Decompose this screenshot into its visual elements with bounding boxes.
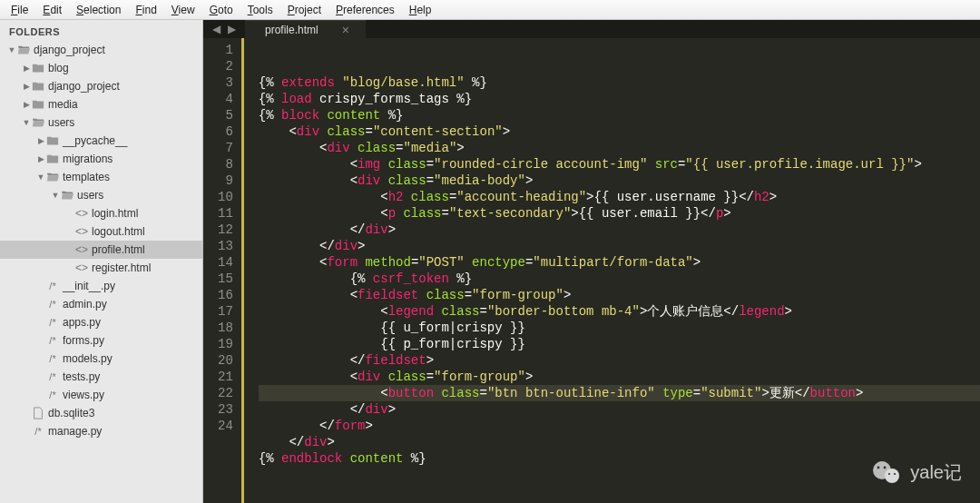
- menu-edit[interactable]: Edit: [35, 1, 69, 19]
- code-line[interactable]: <form method="POST" enctype="multipart/f…: [259, 254, 980, 271]
- code-line[interactable]: </div>: [259, 238, 980, 254]
- chevron-down-icon[interactable]: ▼: [22, 118, 31, 127]
- tree-item-media[interactable]: ▶media: [0, 95, 202, 113]
- python-file-icon: /*: [45, 390, 60, 400]
- close-icon[interactable]: ×: [342, 23, 349, 37]
- tree-item-login-html[interactable]: <>login.html: [0, 204, 202, 222]
- code-content[interactable]: {% extends "blog/base.html" %}{% load cr…: [241, 38, 980, 503]
- code-line[interactable]: {{ p_form|crispy }}: [259, 336, 980, 352]
- chevron-right-icon[interactable]: ▶: [22, 100, 31, 109]
- menu-view[interactable]: View: [164, 1, 202, 19]
- tree-item-tests-py[interactable]: /*tests.py: [0, 368, 202, 386]
- tree-item--init-py[interactable]: /*__init__.py: [0, 277, 202, 295]
- code-line[interactable]: </form>: [259, 418, 980, 434]
- code-line[interactable]: {{ u_form|crispy }}: [259, 320, 980, 336]
- tree-item-templates[interactable]: ▼templates: [0, 168, 202, 186]
- chevron-down-icon[interactable]: ▼: [7, 45, 16, 54]
- html-file-icon: <>: [74, 225, 89, 238]
- tab-nav-left-icon[interactable]: ◀: [212, 23, 220, 35]
- code-line[interactable]: <h2 class="account-heading">{{ user.user…: [259, 189, 980, 205]
- code-line[interactable]: {% block content %}: [259, 107, 980, 123]
- line-number: 3: [218, 74, 233, 91]
- line-number: 21: [218, 369, 233, 385]
- tree-item-manage-py[interactable]: /*manage.py: [0, 422, 202, 440]
- tree-item-django-project[interactable]: ▼django_project: [0, 41, 202, 59]
- menu-selection[interactable]: Selection: [69, 1, 128, 19]
- line-number: 24: [218, 418, 233, 434]
- tree-item-forms-py[interactable]: /*forms.py: [0, 331, 202, 350]
- svg-point-3: [884, 467, 887, 469]
- chevron-right-icon[interactable]: ▶: [22, 82, 31, 91]
- tab-title: profile.html: [265, 24, 318, 36]
- line-number: 8: [218, 156, 233, 173]
- menu-help[interactable]: Help: [402, 1, 439, 19]
- tree-item-users[interactable]: ▼users: [0, 186, 202, 204]
- tree-item-apps-py[interactable]: /*apps.py: [0, 313, 202, 331]
- tree-item-label: register.html: [92, 261, 151, 274]
- svg-point-5: [894, 473, 896, 475]
- tree-item-admin-py[interactable]: /*admin.py: [0, 295, 202, 313]
- chevron-down-icon[interactable]: ▼: [36, 173, 45, 182]
- chevron-right-icon[interactable]: ▶: [22, 64, 31, 73]
- code-line[interactable]: {% csrf_token %}: [259, 271, 980, 287]
- menu-file[interactable]: File: [4, 1, 35, 19]
- code-line[interactable]: <p class="text-secondary">{{ user.email …: [259, 205, 980, 222]
- folder-icon: [16, 44, 31, 56]
- tree-item-profile-html[interactable]: <>profile.html: [0, 241, 202, 259]
- tab-profile-html[interactable]: profile.html ×: [245, 20, 366, 38]
- folder-icon: [31, 98, 45, 111]
- chevron-right-icon[interactable]: ▶: [36, 154, 45, 163]
- line-number: 5: [218, 107, 233, 123]
- code-area[interactable]: 123456789101112131415161718192021222324 …: [203, 38, 980, 503]
- tab-navigate-arrows[interactable]: ◀ ▶: [203, 20, 245, 38]
- code-line[interactable]: </div>: [259, 222, 980, 238]
- line-number: 12: [218, 222, 233, 238]
- code-line[interactable]: <div class="content-section">: [259, 123, 980, 140]
- line-number: 9: [218, 173, 233, 189]
- folder-icon: [31, 80, 45, 93]
- line-number: 2: [218, 58, 233, 74]
- tab-nav-right-icon[interactable]: ▶: [228, 23, 236, 35]
- tree-item--pycache-[interactable]: ▶__pycache__: [0, 132, 202, 150]
- code-line[interactable]: </fieldset>: [259, 352, 980, 369]
- sidebar-header: FOLDERS: [0, 20, 202, 41]
- code-line[interactable]: <div class="form-group">: [259, 369, 980, 385]
- line-number: 13: [218, 238, 233, 254]
- chevron-right-icon[interactable]: ▶: [36, 136, 45, 145]
- tree-item-register-html[interactable]: <>register.html: [0, 259, 202, 277]
- code-line[interactable]: <div class="media-body">: [259, 173, 980, 189]
- tree-item-django-project[interactable]: ▶django_project: [0, 77, 202, 95]
- tree-item-label: django_project: [48, 80, 120, 93]
- folder-icon: [31, 116, 45, 129]
- code-line[interactable]: <legend class="border-bottom mb-4">个人账户信…: [259, 303, 980, 320]
- tree-item-db-sqlite3[interactable]: db.sqlite3: [0, 404, 202, 422]
- menu-tools[interactable]: Tools: [240, 1, 280, 19]
- code-line[interactable]: <fieldset class="form-group">: [259, 287, 980, 303]
- menu-goto[interactable]: Goto: [202, 1, 240, 19]
- code-line[interactable]: <div class="media">: [259, 140, 980, 156]
- line-number: 23: [218, 401, 233, 418]
- code-line[interactable]: </div>: [259, 434, 980, 450]
- tree-item-label: admin.py: [63, 298, 107, 311]
- menu-find[interactable]: Find: [128, 1, 163, 19]
- menu-project[interactable]: Project: [280, 1, 328, 19]
- tree-item-migrations[interactable]: ▶migrations: [0, 150, 202, 168]
- code-line[interactable]: </div>: [259, 401, 980, 418]
- code-line[interactable]: {% endblock content %}: [259, 450, 980, 467]
- folder-icon: [60, 189, 74, 202]
- tree-item-logout-html[interactable]: <>logout.html: [0, 222, 202, 241]
- tree-item-views-py[interactable]: /*views.py: [0, 386, 202, 404]
- tree-item-label: users: [48, 116, 74, 129]
- line-number: 4: [218, 91, 233, 107]
- tree-item-blog[interactable]: ▶blog: [0, 59, 202, 77]
- code-line[interactable]: <button class="btn btn-outline-info" typ…: [259, 385, 980, 401]
- menu-preferences[interactable]: Preferences: [328, 1, 402, 19]
- chevron-down-icon[interactable]: ▼: [51, 191, 60, 200]
- code-line[interactable]: {% extends "blog/base.html" %}: [259, 74, 980, 91]
- tree-item-users[interactable]: ▼users: [0, 113, 202, 132]
- code-line[interactable]: {% load crispy_forms_tags %}: [259, 91, 980, 107]
- tree-item-models-py[interactable]: /*models.py: [0, 350, 202, 368]
- menu-bar: FileEditSelectionFindViewGotoToolsProjec…: [0, 0, 980, 20]
- code-line[interactable]: <img class="rounded-circle account-img" …: [259, 156, 980, 173]
- python-file-icon: /*: [45, 335, 60, 346]
